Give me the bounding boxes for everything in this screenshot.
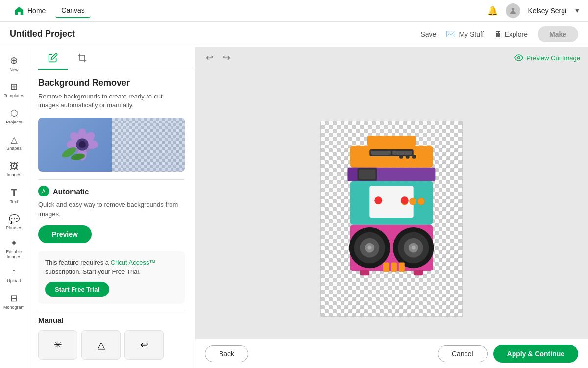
nav-home-label: Home xyxy=(27,7,46,15)
svg-point-18 xyxy=(399,154,403,158)
svg-rect-14 xyxy=(350,146,433,168)
eraser-icon: ✳ xyxy=(54,339,62,351)
top-nav: Home Canvas 🔔 Kelsey Sergi ▼ xyxy=(0,0,588,22)
undo-icon: ↩ xyxy=(140,339,148,351)
manual-tools: ✳ △ ↩ xyxy=(38,330,185,360)
bottom-bar: Back Cancel Apply & Continue xyxy=(195,339,588,368)
panel-preview-image xyxy=(38,118,185,172)
upload-icon: ↑ xyxy=(12,267,16,277)
manual-tool-eraser[interactable]: ✳ xyxy=(38,330,77,360)
new-icon: ⊕ xyxy=(10,54,18,66)
manual-tool-restore[interactable]: △ xyxy=(81,330,121,360)
panel-description: Remove backgrounds to create ready-to-cu… xyxy=(38,92,185,110)
canvas-viewport: ⊖ 70% ⊕ xyxy=(195,69,588,368)
sidebar-item-upload-label: Upload xyxy=(7,278,21,283)
svg-point-19 xyxy=(406,154,410,158)
preview-cut-label: Preview Cut Image xyxy=(526,54,580,62)
preview-button[interactable]: Preview xyxy=(38,225,92,243)
info-text-prefix: This feature requires a xyxy=(45,259,111,266)
cancel-button[interactable]: Cancel xyxy=(438,345,488,362)
username-label[interactable]: Kelsey Sergi xyxy=(528,7,567,15)
manual-section: Manual ✳ △ ↩ xyxy=(38,316,185,360)
undo-button[interactable]: ↩ xyxy=(203,50,216,65)
flower-preview-svg xyxy=(53,123,112,167)
start-free-trial-button[interactable]: Start Free Trial xyxy=(45,282,109,297)
canvas-area: ↩ ↪ Preview Cut Image xyxy=(195,47,588,368)
panel-title: Background Remover xyxy=(38,78,185,88)
explore-icon: 🖥 xyxy=(494,30,502,39)
sidebar-item-editable-images[interactable]: ✦ Editable Images xyxy=(2,236,26,261)
sidebar-item-phrases[interactable]: 💬 Phrases xyxy=(2,210,26,234)
svg-point-31 xyxy=(401,196,409,204)
info-text: This feature requires a Cricut Access™ s… xyxy=(45,258,178,277)
sidebar-item-upload[interactable]: ↑ Upload xyxy=(2,263,26,287)
chevron-down-icon: ▼ xyxy=(574,7,580,14)
header-actions: Save ✉️ My Stuff 🖥 Explore Make xyxy=(420,26,578,42)
svg-point-28 xyxy=(410,198,416,205)
editable-images-icon: ✦ xyxy=(10,238,18,248)
sidebar-item-projects[interactable]: ⬡ Projects xyxy=(2,104,26,128)
svg-rect-43 xyxy=(383,262,389,272)
sidebar-item-shapes-label: Shapes xyxy=(6,146,22,151)
sidebar: ⊕ New ⊞ Templates ⬡ Projects △ Shapes 🖼 … xyxy=(0,47,28,368)
sidebar-item-text[interactable]: T Text xyxy=(2,183,26,208)
tab-crop[interactable] xyxy=(68,47,97,70)
explore-button[interactable]: 🖥 Explore xyxy=(494,30,528,39)
sidebar-item-monogram[interactable]: ⊟ Monogram xyxy=(2,289,26,314)
automatic-icon: A xyxy=(38,186,49,196)
nav-right: 🔔 Kelsey Sergi ▼ xyxy=(487,3,580,18)
canvas-image[interactable] xyxy=(320,121,463,317)
svg-point-30 xyxy=(374,196,382,204)
sidebar-item-editable-images-label: Editable Images xyxy=(2,249,26,259)
svg-point-20 xyxy=(412,154,416,158)
manual-tool-undo[interactable]: ↩ xyxy=(124,330,164,360)
restore-icon: △ xyxy=(98,339,105,351)
automatic-section-desc: Quick and easy way to remove backgrounds… xyxy=(38,200,185,218)
tab-background-remover[interactable] xyxy=(38,47,68,70)
canvas-toolbar: ↩ ↪ Preview Cut Image xyxy=(195,47,588,69)
svg-point-9 xyxy=(79,141,86,148)
apply-continue-button[interactable]: Apply & Continue xyxy=(493,345,578,363)
info-text-suffix: subscription. Start your Free Trial. xyxy=(45,268,141,275)
bottom-right-actions: Cancel Apply & Continue xyxy=(438,345,578,363)
my-stuff-button[interactable]: ✉️ My Stuff xyxy=(446,29,484,39)
shapes-icon: △ xyxy=(11,134,18,145)
nav-canvas-label: Canvas xyxy=(61,6,84,14)
notification-bell-icon[interactable]: 🔔 xyxy=(487,5,498,16)
sidebar-item-phrases-label: Phrases xyxy=(6,225,22,230)
sidebar-item-templates[interactable]: ⊞ Templates xyxy=(2,77,26,102)
images-icon: 🖼 xyxy=(10,161,19,172)
sidebar-item-shapes[interactable]: △ Shapes xyxy=(2,130,26,155)
projects-icon: ⬡ xyxy=(10,108,18,119)
avatar[interactable] xyxy=(506,3,520,18)
header-bar: Untitled Project Save ✉️ My Stuff 🖥 Expl… xyxy=(0,22,588,47)
cricut-access-info-box: This feature requires a Cricut Access™ s… xyxy=(38,251,185,304)
svg-rect-44 xyxy=(391,262,397,272)
svg-rect-46 xyxy=(360,270,369,275)
svg-rect-45 xyxy=(399,262,405,272)
save-button[interactable]: Save xyxy=(420,30,436,38)
edit-icon xyxy=(48,53,58,63)
monogram-icon: ⊟ xyxy=(10,293,18,304)
make-button[interactable]: Make xyxy=(538,26,578,42)
nav-canvas[interactable]: Canvas xyxy=(55,3,90,18)
svg-rect-13 xyxy=(367,136,416,146)
sidebar-item-images[interactable]: 🖼 Images xyxy=(2,157,26,181)
divider-2 xyxy=(38,310,185,310)
nav-home[interactable]: Home xyxy=(8,2,51,19)
panel-content: Background Remover Remove backgrounds to… xyxy=(28,70,195,368)
panel: Background Remover Remove backgrounds to… xyxy=(28,47,195,368)
crop-icon xyxy=(77,53,87,63)
home-icon xyxy=(14,5,24,16)
boombox-svg xyxy=(321,121,462,316)
sidebar-item-new[interactable]: ⊕ New xyxy=(2,51,26,75)
cricut-access-link[interactable]: Cricut Access™ xyxy=(111,259,156,266)
manual-section-title: Manual xyxy=(38,316,185,324)
back-button[interactable]: Back xyxy=(205,345,248,362)
preview-cut-image-button[interactable]: Preview Cut Image xyxy=(514,53,580,62)
svg-rect-17 xyxy=(392,150,412,154)
mail-icon: ✉️ xyxy=(446,29,456,39)
text-icon: T xyxy=(11,187,17,198)
redo-button[interactable]: ↪ xyxy=(220,50,233,65)
sidebar-item-new-label: New xyxy=(9,67,18,72)
